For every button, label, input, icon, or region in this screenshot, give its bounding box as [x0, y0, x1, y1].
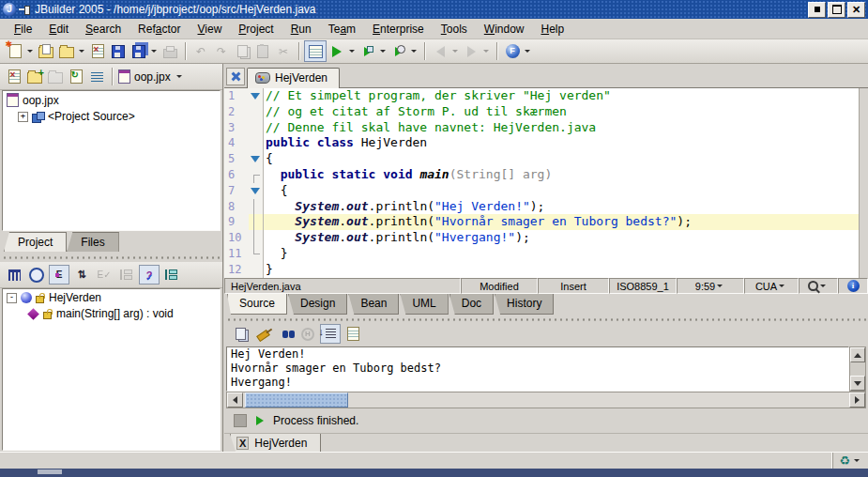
minimize-button[interactable] [808, 2, 826, 18]
menu-item-team[interactable]: Team [320, 21, 364, 38]
code-line-12[interactable]: 12} [224, 262, 859, 278]
stop-button[interactable] [234, 414, 247, 427]
menu-item-run[interactable]: Run [282, 21, 320, 38]
class-node[interactable]: - HejVerden [3, 289, 220, 305]
error-mark-strip[interactable] [859, 88, 868, 278]
find-circular-button[interactable]: H [297, 324, 318, 344]
active-project-selector[interactable]: oop.jpx [117, 67, 186, 86]
fold-arrow-icon[interactable] [249, 183, 264, 199]
project-properties-button[interactable] [86, 67, 107, 86]
toggle-curtain-button[interactable] [304, 40, 327, 62]
debug-button[interactable] [358, 41, 378, 61]
code-line-5[interactable]: 5{ [224, 151, 859, 167]
menu-item-refactor[interactable]: Refactor [129, 21, 189, 38]
structure-sort-button[interactable]: ⇅ [71, 265, 92, 285]
code-line-11[interactable]: 11 } [224, 246, 859, 262]
zoom-dropdown[interactable] [820, 285, 826, 287]
project-source-node[interactable]: + <Project Source> [3, 108, 220, 124]
code-line-4[interactable]: 4public class HejVerden [224, 135, 859, 151]
code-line-2[interactable]: 2// og et citat af Storm P. ud til skærm… [224, 104, 859, 120]
optimize-dropdown[interactable] [411, 50, 417, 53]
open-project-dropdown[interactable] [79, 50, 84, 53]
tab-source[interactable]: Source [227, 294, 287, 315]
vertical-scrollbar[interactable] [849, 346, 866, 392]
scroll-right-button[interactable] [849, 392, 865, 408]
run-button[interactable] [327, 41, 347, 61]
scroll-left-button[interactable] [227, 392, 243, 408]
code-line-6[interactable]: 6 public static void main(String[] arg) [224, 167, 859, 183]
structure-tree-button[interactable] [161, 265, 182, 285]
status-insert-mode[interactable]: Insert [538, 278, 609, 294]
close-project-button[interactable] [4, 67, 24, 86]
structure-packages-button[interactable] [26, 265, 47, 285]
editor-tab-hejverden[interactable]: HejVerden [247, 68, 340, 88]
print-button[interactable] [160, 41, 180, 61]
find-button[interactable] [275, 324, 296, 344]
structure-javadoc-button[interactable]: E✓ [94, 265, 114, 285]
tab-bean[interactable]: Bean [348, 294, 399, 315]
menu-item-project[interactable]: Project [230, 21, 282, 38]
tab-design[interactable]: Design [288, 294, 347, 315]
forward-dropdown[interactable] [483, 50, 489, 53]
open-file-button[interactable] [36, 41, 56, 61]
clear-output-button[interactable] [252, 324, 273, 344]
save-all-dropdown[interactable] [151, 50, 157, 53]
menu-item-help[interactable]: Help [532, 21, 572, 38]
remove-files-button[interactable] [45, 67, 66, 86]
fold-arrow-icon[interactable] [249, 88, 264, 104]
browser-button[interactable]: F [502, 41, 523, 61]
tab-uml[interactable]: UML [400, 294, 448, 315]
code-line-1[interactable]: 1// Et simpelt program, der skriver "Hej… [224, 88, 859, 104]
method-node[interactable]: main(String[] arg) : void [3, 305, 220, 321]
menu-item-edit[interactable]: Edit [40, 21, 77, 38]
tab-history[interactable]: History [495, 294, 554, 315]
code-line-7[interactable]: 7 { [224, 183, 859, 199]
code-line-10[interactable]: 10 System.out.println("Hvergang!"); [224, 230, 859, 246]
status-encoding[interactable]: ISO8859_1 [609, 278, 677, 294]
copy-button[interactable] [232, 41, 252, 61]
expand-plus-icon[interactable]: + [18, 112, 28, 122]
scroll-down-button[interactable] [850, 376, 865, 391]
code-line-8[interactable]: 8 System.out.println("Hej Verden!"); [224, 199, 859, 215]
message-pane-splitter[interactable] [224, 315, 868, 321]
back-dropdown[interactable] [452, 50, 458, 53]
maximize-editor-button[interactable] [226, 68, 245, 85]
status-error-insight[interactable]: i [838, 278, 868, 294]
menu-item-window[interactable]: Window [476, 21, 533, 38]
scroll-thumb[interactable] [850, 362, 865, 376]
structure-properties-button[interactable]: E [49, 265, 69, 285]
menu-item-file[interactable]: File [6, 21, 40, 38]
menu-item-view[interactable]: View [190, 21, 231, 38]
open-project-button[interactable] [56, 41, 77, 61]
redo-button[interactable]: ↷ [211, 41, 232, 61]
code-line-9[interactable]: 9 System.out.println("Hvornår smager en … [224, 214, 859, 230]
pane-splitter[interactable] [0, 252, 222, 262]
auto-scroll-toggle[interactable] [320, 324, 341, 344]
horizontal-scroll-thumb[interactable] [245, 392, 348, 408]
undo-button[interactable]: ↶ [190, 41, 211, 61]
tab-project[interactable]: Project [4, 232, 67, 252]
debug-dropdown[interactable] [380, 50, 386, 53]
back-button[interactable] [430, 41, 450, 61]
structure-imports-button[interactable] [4, 265, 24, 285]
refresh-button[interactable] [66, 67, 86, 86]
menu-item-search[interactable]: Search [77, 21, 129, 38]
position-dropdown[interactable] [717, 285, 723, 287]
resume-run-icon[interactable] [256, 416, 264, 425]
structure-errorinsight-button[interactable]: ? [139, 265, 160, 285]
export-output-button[interactable] [343, 324, 363, 344]
status-zoom[interactable] [799, 278, 838, 294]
cut-button[interactable]: ✂ [273, 41, 294, 61]
menu-item-tools[interactable]: Tools [433, 21, 476, 38]
tab-doc[interactable]: Doc [449, 294, 494, 315]
maximize-button[interactable] [828, 2, 845, 18]
copy-output-button[interactable] [230, 324, 251, 344]
collapse-minus-icon[interactable]: - [7, 293, 17, 303]
status-keymap[interactable]: CUA [744, 278, 799, 294]
add-files-button[interactable] [24, 67, 45, 86]
save-button[interactable] [108, 41, 129, 61]
paste-button[interactable] [252, 41, 273, 61]
fold-arrow-icon[interactable] [249, 151, 264, 167]
process-output[interactable]: Hej Verden! Hvornår smager en Tuborg bed… [226, 346, 849, 392]
project-root-node[interactable]: oop.jpx [3, 91, 220, 108]
